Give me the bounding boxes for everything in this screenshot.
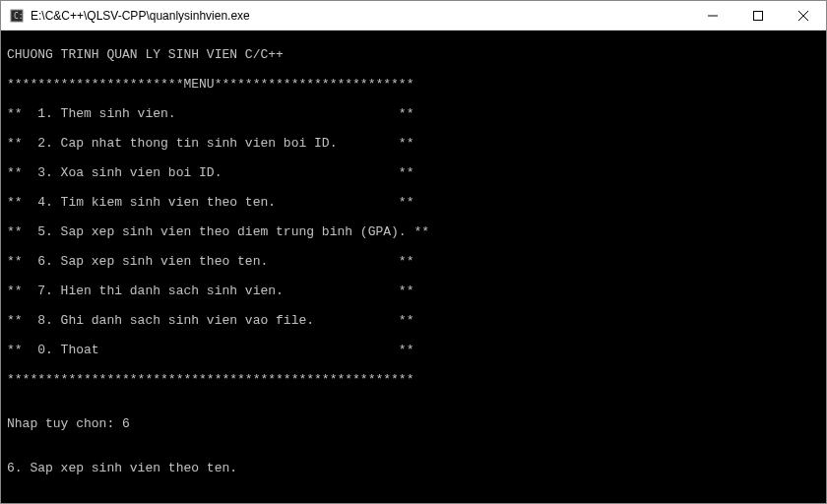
console-output[interactable]: CHUONG TRINH QUAN LY SINH VIEN C/C++ ***… bbox=[1, 31, 826, 503]
app-icon: C:\ bbox=[9, 8, 25, 24]
menu-item: ** 5. Sap xep sinh vien theo diem trung … bbox=[7, 224, 820, 239]
menu-footer: ****************************************… bbox=[7, 372, 820, 387]
menu-header: ***********************MENU*************… bbox=[7, 77, 820, 92]
input-prompt: Nhap tuy chon: 6 bbox=[7, 416, 820, 431]
menu-item: ** 7. Hien thi danh sach sinh vien. ** bbox=[7, 284, 820, 298]
program-header: CHUONG TRINH QUAN LY SINH VIEN C/C++ bbox=[7, 47, 820, 62]
svg-text:C:\: C:\ bbox=[14, 12, 25, 21]
window-controls bbox=[690, 1, 826, 30]
console-window: C:\ E:\C&C++\QLSV-CPP\quanlysinhvien.exe… bbox=[0, 0, 827, 504]
menu-item: ** 2. Cap nhat thong tin sinh vien boi I… bbox=[7, 136, 820, 151]
titlebar[interactable]: C:\ E:\C&C++\QLSV-CPP\quanlysinhvien.exe bbox=[1, 1, 826, 31]
menu-item: ** 3. Xoa sinh vien boi ID. ** bbox=[7, 165, 820, 180]
window-title: E:\C&C++\QLSV-CPP\quanlysinhvien.exe bbox=[31, 9, 250, 23]
titlebar-left: C:\ E:\C&C++\QLSV-CPP\quanlysinhvien.exe bbox=[1, 8, 250, 24]
close-button[interactable] bbox=[781, 1, 826, 30]
menu-item: ** 4. Tim kiem sinh vien theo ten. ** bbox=[7, 195, 820, 210]
menu-item: ** 6. Sap xep sinh vien theo ten. ** bbox=[7, 254, 820, 269]
selected-option-title: 6. Sap xep sinh vien theo ten. bbox=[7, 461, 820, 475]
menu-item: ** 0. Thoat ** bbox=[7, 343, 820, 357]
minimize-button[interactable] bbox=[690, 1, 735, 30]
menu-item: ** 1. Them sinh vien. ** bbox=[7, 106, 820, 121]
menu-item: ** 8. Ghi danh sach sinh vien vao file. … bbox=[7, 313, 820, 328]
maximize-button[interactable] bbox=[735, 1, 781, 30]
svg-rect-3 bbox=[754, 11, 763, 20]
